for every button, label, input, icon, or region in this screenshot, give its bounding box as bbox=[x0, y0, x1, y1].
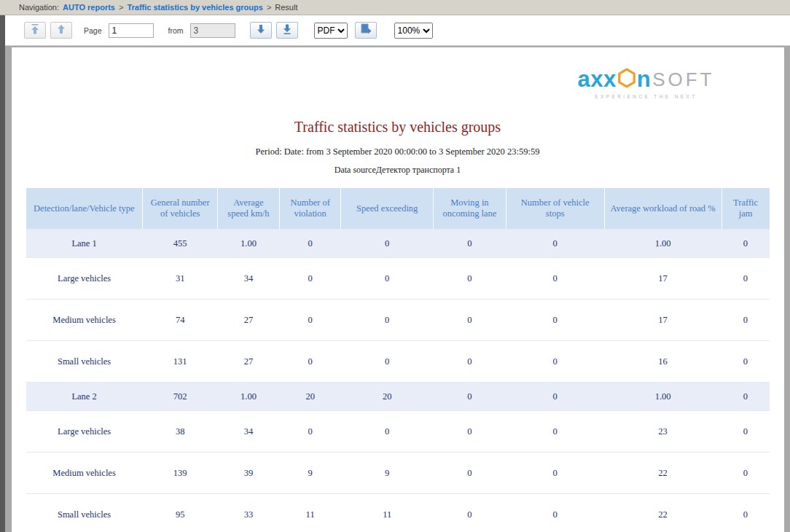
table-cell: 39 bbox=[218, 453, 280, 494]
table-cell: 11 bbox=[341, 494, 433, 532]
breadcrumb-auto-reports[interactable]: AUTO reports bbox=[63, 3, 115, 12]
table-cell: 0 bbox=[341, 300, 433, 341]
report-period: Period: Date: from 3 September 2020 00:0… bbox=[12, 146, 784, 157]
table-cell: 0 bbox=[433, 453, 506, 494]
table-cell: 33 bbox=[218, 494, 280, 532]
table-cell: 9 bbox=[279, 453, 341, 494]
table-row: Small vehicles9533111100220 bbox=[26, 494, 770, 532]
axxonsoft-logo: axx n SOFT EXPERIENCE THE NEXT bbox=[577, 68, 714, 99]
table-cell: 0 bbox=[506, 383, 604, 411]
table-cell: 139 bbox=[143, 453, 218, 494]
left-panel-edge bbox=[0, 15, 5, 532]
table-cell: 17 bbox=[604, 300, 721, 341]
table-cell: 0 bbox=[341, 341, 433, 383]
table-cell: 0 bbox=[721, 258, 769, 300]
column-header: Average workload of road % bbox=[604, 188, 721, 230]
table-cell: 131 bbox=[143, 341, 218, 383]
report-viewer: axx n SOFT EXPERIENCE THE NEXT Traffic s… bbox=[5, 46, 790, 532]
table-cell: 23 bbox=[604, 411, 721, 453]
table-cell: 11 bbox=[279, 494, 341, 532]
column-header: Number of violation bbox=[279, 188, 341, 230]
table-cell: 0 bbox=[279, 341, 341, 383]
table-cell: 38 bbox=[143, 411, 218, 453]
logo-tagline: EXPERIENCE THE NEXT bbox=[577, 94, 714, 99]
table-cell: 16 bbox=[604, 341, 721, 383]
row-label-cell: Medium vehicles bbox=[26, 453, 143, 494]
report-table: Detection/lane/Vehicle typeGeneral numbe… bbox=[26, 188, 770, 532]
table-cell: 0 bbox=[279, 258, 341, 300]
table-row: Large vehicles31340000170 bbox=[26, 258, 770, 300]
table-cell: 0 bbox=[506, 494, 604, 532]
table-cell: 0 bbox=[721, 494, 769, 532]
row-label-cell: Lane 2 bbox=[26, 383, 143, 411]
table-row: Large vehicles38340000230 bbox=[26, 411, 770, 453]
table-cell: 0 bbox=[279, 300, 341, 341]
column-header: Average speed km/h bbox=[218, 188, 280, 230]
table-cell: 0 bbox=[433, 494, 506, 532]
table-cell: 95 bbox=[143, 494, 218, 532]
report-datasource: Data sourceДетектор транспорта 1 bbox=[12, 165, 784, 176]
table-cell: 20 bbox=[279, 383, 341, 411]
column-header: Speed exceeding bbox=[341, 188, 433, 230]
table-cell: 0 bbox=[433, 341, 506, 383]
table-cell: 0 bbox=[721, 341, 769, 383]
row-label-cell: Large vehicles bbox=[26, 411, 143, 453]
table-cell: 9 bbox=[341, 453, 433, 494]
table-cell: 0 bbox=[506, 453, 604, 494]
table-row: Small vehicles131270000160 bbox=[26, 341, 770, 383]
first-page-button[interactable] bbox=[24, 22, 46, 39]
page-number-input[interactable] bbox=[109, 23, 154, 38]
export-format-select[interactable]: PDF bbox=[314, 23, 348, 39]
export-button[interactable] bbox=[355, 22, 377, 39]
table-cell: 0 bbox=[341, 258, 433, 300]
previous-page-button[interactable] bbox=[50, 22, 72, 39]
table-cell: 0 bbox=[341, 230, 433, 258]
table-cell: 0 bbox=[433, 300, 506, 341]
table-cell: 0 bbox=[721, 383, 769, 411]
breadcrumb-separator: > bbox=[119, 3, 123, 12]
row-label-cell: Medium vehicles bbox=[26, 300, 143, 341]
logo-text-axx: axx bbox=[577, 68, 616, 90]
breadcrumb-separator: > bbox=[267, 3, 271, 12]
table-cell: 1.00 bbox=[218, 383, 280, 411]
first-page-icon bbox=[31, 24, 39, 36]
table-cell: 17 bbox=[604, 258, 721, 300]
column-header: Moving in oncoming lane bbox=[433, 188, 506, 230]
table-cell: 0 bbox=[506, 230, 604, 258]
table-cell: 27 bbox=[218, 300, 280, 341]
logo-text-n: n bbox=[637, 68, 651, 90]
table-cell: 22 bbox=[604, 453, 721, 494]
table-cell: 27 bbox=[218, 341, 280, 383]
table-cell: 0 bbox=[506, 411, 604, 453]
table-cell: 455 bbox=[143, 230, 218, 258]
last-page-button[interactable] bbox=[276, 22, 298, 39]
breadcrumb-traffic-statistics[interactable]: Traffic statistics by vehicles groups bbox=[127, 3, 262, 12]
from-label: from bbox=[168, 26, 184, 35]
table-cell: 0 bbox=[433, 258, 506, 300]
table-row: Lane 14551.0000001.000 bbox=[26, 230, 770, 258]
table-cell: 0 bbox=[279, 230, 341, 258]
hexagon-icon bbox=[617, 68, 636, 90]
export-icon bbox=[360, 23, 372, 37]
table-cell: 1.00 bbox=[604, 383, 721, 411]
row-label-cell: Small vehicles bbox=[26, 341, 143, 383]
table-cell: 0 bbox=[433, 411, 506, 453]
table-cell: 0 bbox=[721, 230, 769, 258]
logo-text-soft: SOFT bbox=[652, 70, 714, 89]
table-cell: 34 bbox=[218, 258, 280, 300]
table-cell: 1.00 bbox=[218, 230, 280, 258]
next-page-icon bbox=[257, 24, 265, 36]
table-cell: 0 bbox=[721, 453, 769, 494]
table-cell: 74 bbox=[143, 300, 218, 341]
breadcrumb: Navigation: AUTO reports > Traffic stati… bbox=[0, 0, 790, 15]
zoom-select[interactable]: 100% bbox=[394, 23, 433, 39]
table-cell: 0 bbox=[433, 230, 506, 258]
column-header: Number of vehicle stops bbox=[506, 188, 604, 230]
table-cell: 22 bbox=[604, 494, 721, 532]
next-page-button[interactable] bbox=[250, 22, 272, 39]
navigation-label: Navigation: bbox=[19, 3, 59, 12]
table-cell: 0 bbox=[279, 411, 341, 453]
row-label-cell: Lane 1 bbox=[26, 230, 143, 258]
table-cell: 702 bbox=[143, 383, 218, 411]
table-cell: 20 bbox=[341, 383, 433, 411]
